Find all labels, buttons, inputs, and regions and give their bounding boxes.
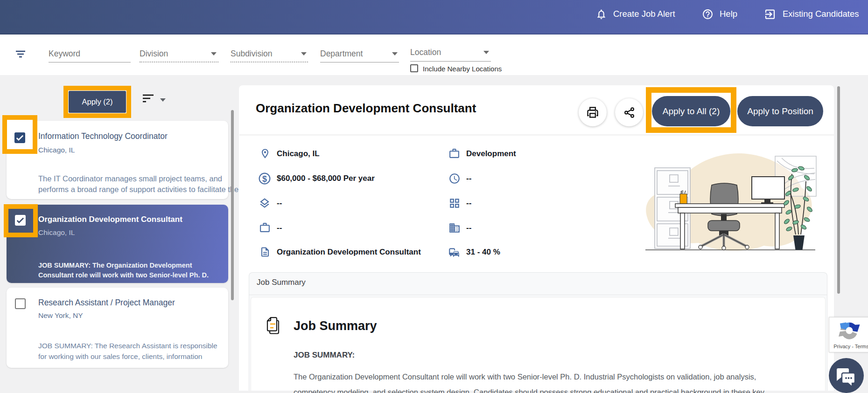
svg-text:$: $ bbox=[262, 174, 267, 184]
